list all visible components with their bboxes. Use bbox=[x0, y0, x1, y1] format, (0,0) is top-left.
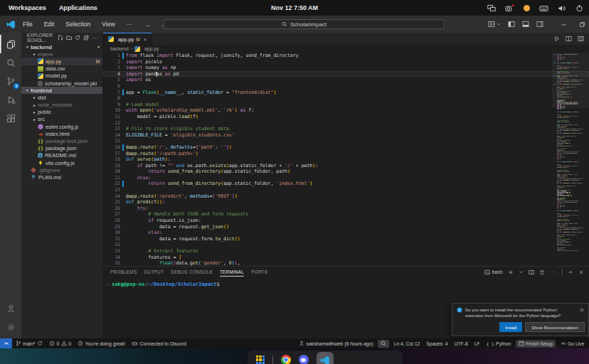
motivation-status[interactable]: You're doing great! bbox=[74, 338, 128, 348]
code-line[interactable]: 19 if path != "" and os.path.exists(app.… bbox=[103, 163, 589, 169]
collapse-all-icon[interactable] bbox=[83, 35, 89, 41]
code-line[interactable]: 1from flask import Flask, request, jsoni… bbox=[103, 53, 589, 59]
minimap[interactable] bbox=[554, 54, 583, 252]
run-debug-icon[interactable] bbox=[0, 90, 21, 109]
code-editor[interactable]: 1from flask import Flask, request, jsoni… bbox=[103, 53, 589, 266]
settings-gear-icon[interactable] bbox=[0, 318, 21, 336]
code-line[interactable]: 6 bbox=[103, 83, 589, 90]
code-line[interactable]: 7app = Flask(__name__, static_folder = "… bbox=[103, 90, 589, 96]
eol-status[interactable]: LF bbox=[471, 338, 483, 348]
maximize-panel-icon[interactable] bbox=[568, 269, 573, 275]
source-control-icon[interactable]: 5 bbox=[0, 72, 21, 90]
command-center-search[interactable]: ScholarImpact bbox=[164, 19, 445, 29]
code-line[interactable]: 21 else: bbox=[103, 175, 589, 181]
tree-item-frontend[interactable]: ▾frontend bbox=[21, 87, 102, 94]
code-line[interactable]: 34 features = [ bbox=[103, 255, 589, 261]
workspaces-menu[interactable]: Workspaces bbox=[9, 4, 46, 11]
power-icon[interactable] bbox=[575, 4, 583, 12]
discord-status[interactable]: Connected to Discord bbox=[129, 338, 190, 348]
chrome-icon[interactable] bbox=[281, 355, 291, 364]
toggle-secondary-sidebar-icon[interactable] bbox=[536, 21, 543, 28]
code-line[interactable]: 8 bbox=[103, 95, 589, 102]
customize-layout-icon[interactable] bbox=[488, 21, 501, 28]
kill-terminal-icon[interactable] bbox=[539, 269, 545, 275]
nav-back-icon[interactable]: ← bbox=[145, 21, 152, 28]
tree-item-eslint-config-js[interactable]: eslint.config.js bbox=[21, 123, 102, 130]
panel-more-icon[interactable]: ··· bbox=[550, 269, 557, 274]
go-live-button[interactable]: Go Live bbox=[557, 338, 588, 348]
panel-tab-ports[interactable]: PORTS bbox=[251, 268, 267, 277]
tab-close-icon[interactable]: × bbox=[144, 36, 147, 43]
show-recommendation-button[interactable]: Show Recommendation bbox=[525, 322, 585, 332]
git-branch-status[interactable]: main* bbox=[12, 338, 46, 348]
code-line[interactable]: 14ELIGIBLE_FILE = 'eligible_students.csv… bbox=[103, 132, 589, 139]
code-line[interactable]: 35 float(data.get('gender', 0)), bbox=[103, 260, 589, 266]
code-line[interactable]: 33 # Extract features bbox=[103, 248, 589, 255]
tree-item-app-py[interactable]: app.pyM bbox=[21, 58, 102, 65]
tree-item-public[interactable]: ▸public bbox=[21, 109, 102, 116]
tree-item-myenv[interactable]: ▸myenv bbox=[21, 50, 102, 58]
tree-item-vite-config-js[interactable]: vite.config.js bbox=[21, 159, 102, 166]
code-line[interactable]: 29 data = request.get_json() bbox=[103, 224, 589, 230]
menu-selection[interactable]: Selection bbox=[64, 20, 92, 28]
restore-button[interactable] bbox=[579, 21, 585, 28]
code-line[interactable]: 3import numpy as np bbox=[103, 65, 589, 71]
code-line[interactable]: 15 bbox=[103, 138, 589, 144]
toggle-sidebar-icon[interactable] bbox=[508, 21, 515, 28]
breadcrumb-item-app-py[interactable]: app.py bbox=[144, 46, 159, 51]
search-sidebar-icon[interactable] bbox=[0, 53, 21, 72]
more-actions-icon[interactable]: ··· bbox=[92, 36, 99, 41]
tab-app-py[interactable]: app.py M × bbox=[103, 33, 152, 45]
new-terminal-icon[interactable] bbox=[508, 269, 514, 275]
code-line[interactable]: 10with open('scholarship_model.pkl', 'rb… bbox=[103, 107, 589, 114]
tree-item-index-html[interactable]: <>index.html bbox=[21, 130, 102, 137]
keyboard-icon[interactable] bbox=[539, 4, 548, 12]
tree-item-package-lock-json[interactable]: {}package-lock.json bbox=[21, 137, 102, 144]
tree-item-node-modules[interactable]: ▸node_modules bbox=[21, 102, 102, 109]
menu-file[interactable]: File bbox=[21, 20, 34, 28]
indentation-status[interactable]: Spaces: 4 bbox=[423, 338, 451, 348]
minimize-button[interactable] bbox=[561, 21, 567, 28]
discord-icon[interactable] bbox=[299, 355, 309, 364]
code-line[interactable]: 32 bbox=[103, 242, 589, 248]
extensions-icon[interactable] bbox=[0, 109, 21, 127]
code-line[interactable]: 4import pandas as pd bbox=[103, 71, 589, 77]
tree-item-readme-md[interactable]: iREADME.md bbox=[21, 152, 102, 159]
finish-setup-button[interactable]: Finish Setup bbox=[516, 340, 556, 348]
close-panel-icon[interactable] bbox=[578, 269, 584, 275]
code-line[interactable]: 28 if request.is_json: bbox=[103, 218, 589, 224]
code-line[interactable]: 23 bbox=[103, 187, 589, 193]
menu-more[interactable]: ··· bbox=[125, 20, 134, 28]
code-line[interactable]: 24@app.route('/predict', methods=['POST'… bbox=[103, 193, 589, 200]
toggle-panel-icon[interactable] bbox=[522, 21, 529, 28]
tree-item-data-csv[interactable]: data.csv bbox=[21, 65, 102, 73]
tree-item-src[interactable]: ▸src bbox=[21, 116, 102, 123]
install-button[interactable]: Install bbox=[499, 322, 522, 332]
code-line[interactable]: 20 return send_from_directory(app.static… bbox=[103, 168, 589, 175]
code-line[interactable]: 25def predict(): bbox=[103, 199, 589, 205]
app-grid-icon[interactable] bbox=[256, 355, 265, 364]
code-line[interactable]: 5import os bbox=[103, 77, 589, 83]
tree-item-model-py[interactable]: model.py bbox=[21, 73, 102, 80]
account-icon[interactable] bbox=[0, 299, 21, 318]
problems-status[interactable]: 0 0 bbox=[46, 338, 74, 348]
panel-tab-debug-console[interactable]: DEBUG CONSOLE bbox=[171, 268, 213, 277]
code-line[interactable]: 11 model = pickle.load(f) bbox=[103, 114, 589, 120]
code-line[interactable]: 27 # Handle both JSON and form requests bbox=[103, 211, 589, 218]
code-line[interactable]: 17@app.route('/<path:path>') bbox=[103, 151, 589, 157]
code-line[interactable]: 12 bbox=[103, 120, 589, 127]
panel-tab-problems[interactable]: PROBLEMS bbox=[110, 268, 137, 277]
breadcrumb-item-backend[interactable]: backend bbox=[110, 46, 129, 51]
terminal-shell-button[interactable]: bash bbox=[484, 269, 503, 275]
panel-tab-terminal[interactable]: TERMINAL bbox=[220, 268, 244, 277]
new-file-icon[interactable] bbox=[58, 35, 63, 41]
tree-item-dist[interactable]: ▸dist bbox=[21, 94, 102, 101]
new-folder-icon[interactable] bbox=[66, 35, 72, 41]
editor-layout-button[interactable] bbox=[578, 36, 584, 42]
code-line[interactable]: 22 return send_from_directory(app.static… bbox=[103, 181, 589, 187]
run-button[interactable] bbox=[553, 36, 560, 42]
refresh-icon[interactable] bbox=[75, 35, 80, 41]
code-line[interactable]: 30 else: bbox=[103, 230, 589, 236]
terminal-dropdown-icon[interactable] bbox=[519, 269, 524, 274]
split-editor-button[interactable] bbox=[566, 36, 572, 42]
